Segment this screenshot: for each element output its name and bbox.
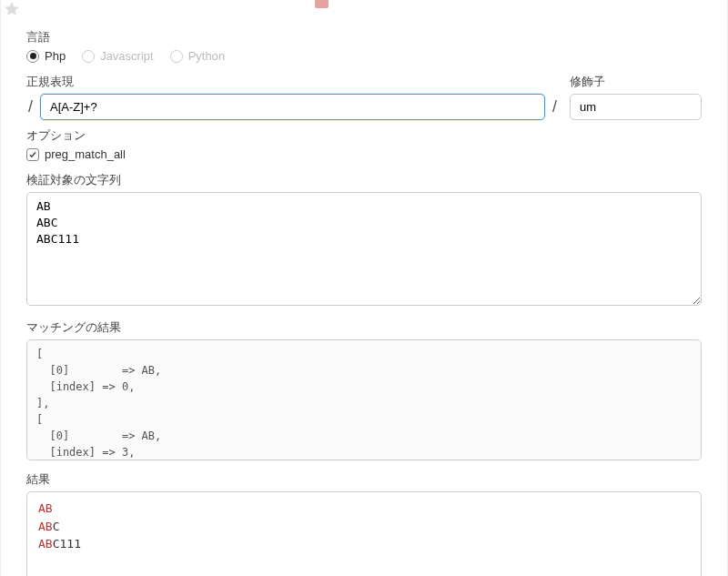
result-label: 結果 (26, 471, 702, 488)
language-radio-javascript[interactable]: Javascript (82, 49, 154, 63)
preg-match-all-label: preg_match_all (45, 147, 126, 161)
result-output: AB ABC ABC111 (26, 491, 702, 576)
regex-input[interactable] (40, 94, 545, 120)
test-string-input[interactable] (26, 192, 702, 306)
language-radio-php[interactable]: Php (26, 49, 66, 63)
options-label: オプション (26, 127, 702, 144)
radio-icon (170, 50, 183, 63)
language-label: 言語 (26, 29, 702, 45)
match-result-label: マッチングの結果 (26, 319, 702, 336)
test-string-label: 検証対象の文字列 (26, 172, 702, 188)
radio-icon (82, 50, 95, 63)
radio-icon (26, 50, 39, 63)
language-radio-python[interactable]: Python (170, 49, 225, 63)
top-badge (315, 0, 329, 8)
radio-label: Python (188, 49, 225, 63)
match-result-output: [ [0] => AB, [index] => 0, ], [ [0] => A… (26, 339, 702, 460)
modifier-input[interactable] (570, 94, 702, 120)
regex-open-slash: / (26, 97, 35, 116)
regex-close-slash: / (551, 97, 559, 116)
language-radio-group: Php Javascript Python (26, 49, 702, 63)
radio-label: Php (45, 49, 66, 63)
preg-match-all-checkbox[interactable] (26, 148, 39, 161)
modifier-label: 修飾子 (570, 74, 702, 90)
regex-label: 正規表現 (26, 74, 559, 90)
radio-label: Javascript (100, 49, 154, 63)
